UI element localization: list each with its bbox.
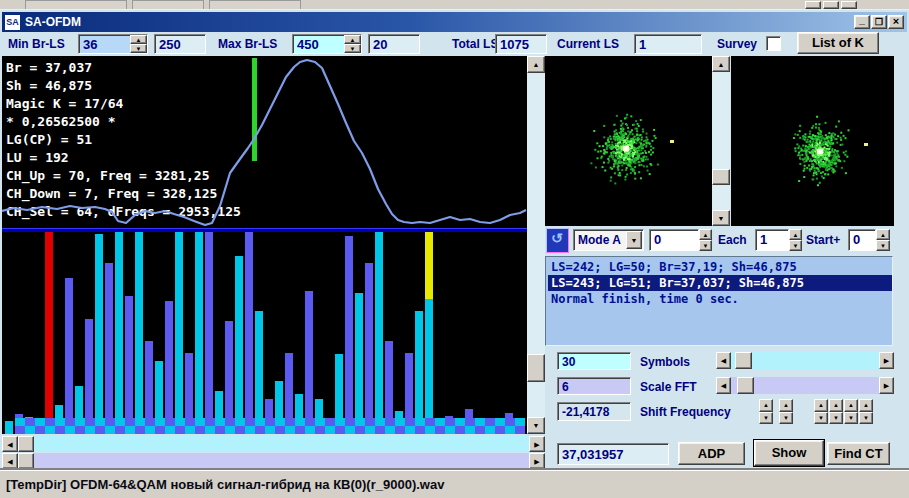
scrollbar-thumb[interactable] [737,377,754,394]
scroll-down-icon[interactable]: ▼ [527,417,545,434]
list-of-k-button[interactable]: List of K [797,32,879,54]
spin-up-icon[interactable]: ▲ [789,229,802,240]
max-br-ls-spinner[interactable]: ▲▼ [344,35,361,53]
spin-up-icon[interactable]: ▲ [814,399,828,412]
spin-down-icon[interactable]: ▼ [130,44,147,53]
each-input[interactable]: 1 [755,229,789,251]
scrollbar-thumb[interactable] [18,436,34,452]
survey-label: Survey [717,37,757,51]
scale-fft-input[interactable]: 6 [557,377,631,395]
histogram-bar [365,263,373,434]
max-br-ls-aux-field[interactable]: 20 [368,34,420,54]
middle-vertical-scrollbar[interactable]: ▲ ▼ [712,56,730,226]
spin-down-icon[interactable]: ▼ [344,44,361,53]
results-list[interactable]: LS=242; LG=50; Br=37,19; Sh=46,875LS=243… [545,256,893,346]
min-br-ls-label: Min Br-LS [8,37,65,51]
scroll-up-icon[interactable]: ▲ [712,56,730,72]
scroll-left-icon[interactable]: ◀ [716,352,731,369]
scrollbar-thumb[interactable] [527,354,545,382]
start-input[interactable]: 0 [848,229,876,251]
scale-fft-scrollbar[interactable]: ◀ ▶ [716,377,894,394]
spin-up-icon[interactable]: ▲ [876,229,890,240]
background-window-button[interactable] [841,1,857,9]
chevron-down-icon[interactable]: ▼ [626,231,642,249]
maximize-button[interactable]: ❐ [871,15,887,29]
spin-down-icon[interactable]: ▼ [844,412,858,425]
background-window-button[interactable] [805,1,821,9]
shift-freq-spinner-2[interactable]: ▲▼ [779,399,793,424]
current-ls-field[interactable]: 1 [634,34,702,54]
spin-up-icon[interactable]: ▲ [779,399,793,412]
min-br-ls-spinner[interactable]: ▲▼ [130,35,147,53]
spin-up-icon[interactable]: ▲ [829,399,843,412]
spin-down-icon[interactable]: ▼ [814,412,828,425]
scroll-right-icon[interactable]: ▶ [529,436,545,452]
spectrum-histogram-panel [2,232,527,434]
constellation-left-panel [545,56,712,226]
spin-up-icon[interactable]: ▲ [759,399,773,412]
titlebar[interactable]: SA SA-OFDM _ ❐ × [2,12,907,32]
shift-frequency-label: Shift Frequency [640,405,731,419]
app-icon: SA [5,15,20,30]
shift-freq-spinner-5[interactable]: ▲▼ [844,399,858,424]
lavender-horizontal-scrollbar[interactable]: ◀ ▶ [2,453,545,469]
find-ct-button[interactable]: Find CT [827,442,890,465]
scrollbar-thumb[interactable] [712,169,730,185]
minimize-button[interactable]: _ [854,15,870,29]
spin-down-icon[interactable]: ▼ [789,240,802,251]
histogram-bar [415,311,423,434]
max-br-ls-label: Max Br-LS [218,37,277,51]
start-spinner[interactable]: ▲▼ [876,229,890,251]
total-ls-field[interactable]: 1075 [495,34,547,54]
spin-up-icon[interactable]: ▲ [344,35,361,44]
min-br-ls-aux-field[interactable]: 250 [154,34,206,54]
result-list-item[interactable]: LS=242; LG=50; Br=37,19; Sh=46,875 [548,259,892,275]
spin-down-icon[interactable]: ▼ [779,412,793,425]
scroll-right-icon[interactable]: ▶ [529,453,545,469]
spin-up-icon[interactable]: ▲ [859,399,873,412]
histogram-bar [135,232,143,434]
result-list-item[interactable]: Normal finish, time 0 sec. [548,291,892,307]
scroll-right-icon[interactable]: ▶ [879,377,894,394]
scroll-left-icon[interactable]: ◀ [2,436,18,452]
cyan-horizontal-scrollbar[interactable]: ◀ ▶ [2,436,545,452]
symbols-input[interactable]: 30 [557,352,631,370]
survey-checkbox[interactable] [766,36,781,51]
spin-up-icon[interactable]: ▲ [844,399,858,412]
spin-down-icon[interactable]: ▼ [699,240,712,251]
adp-button[interactable]: ADP [678,442,745,465]
scroll-left-icon[interactable]: ◀ [716,377,731,394]
scroll-left-icon[interactable]: ◀ [2,453,18,469]
scroll-right-icon[interactable]: ▶ [879,352,894,369]
shift-frequency-input[interactable]: -21,4178 [557,402,631,421]
histogram-bar [305,291,313,434]
background-window-button[interactable] [823,1,839,9]
show-button[interactable]: Show [754,440,824,466]
histogram-bar [225,321,233,434]
shift-freq-spinner-4[interactable]: ▲▼ [829,399,843,424]
shift-freq-spinner-3[interactable]: ▲▼ [814,399,828,424]
spin-down-icon[interactable]: ▼ [859,412,873,425]
spin-down-icon[interactable]: ▼ [759,412,773,425]
spin-up-icon[interactable]: ▲ [130,35,147,44]
left-vertical-scrollbar[interactable]: ▲ ▼ [527,56,545,434]
scrollbar-thumb[interactable] [735,352,752,369]
result-list-item[interactable]: LS=243; LG=51; Br=37,037; Sh=46,875 [548,275,892,291]
reset-button[interactable]: ↺ [546,228,569,253]
spin-down-icon[interactable]: ▼ [876,240,890,251]
spin-up-icon[interactable]: ▲ [699,229,712,240]
mode-count-spinner[interactable]: ▲▼ [699,229,712,251]
shift-freq-spinner-6[interactable]: ▲▼ [859,399,873,424]
shift-freq-spinner-1[interactable]: ▲▼ [759,399,773,424]
spin-down-icon[interactable]: ▼ [829,412,843,425]
each-spinner[interactable]: ▲▼ [789,229,802,251]
histogram-bar [245,232,253,434]
close-button[interactable]: × [888,15,904,29]
scroll-up-icon[interactable]: ▲ [527,56,545,73]
mode-count-input[interactable]: 0 [649,229,699,251]
scrollbar-thumb[interactable] [18,453,34,469]
mode-select[interactable]: Mode A ▼ [573,229,644,251]
result-value-field[interactable]: 37,031957 [557,443,669,465]
symbols-scrollbar[interactable]: ◀ ▶ [716,352,894,369]
scroll-down-icon[interactable]: ▼ [712,210,730,226]
